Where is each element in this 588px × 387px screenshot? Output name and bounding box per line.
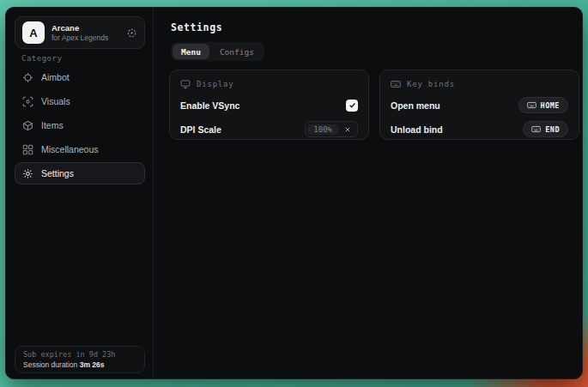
keyboard-icon — [391, 79, 401, 89]
open-menu-key: HOME — [541, 101, 560, 110]
unload-bind-row: Unload bind END — [391, 121, 568, 137]
sidebar-item-aimbot[interactable]: Aimbot — [15, 66, 145, 88]
check-icon — [349, 101, 356, 109]
dpi-scale-input[interactable]: 100% — [305, 121, 358, 137]
display-card: Display Enable VSync DPI Scale 1 — [169, 70, 369, 140]
app-logo: A — [22, 21, 45, 44]
sidebar: A Arcane for Apex Legends Category — [6, 8, 154, 378]
keyboard-icon — [531, 124, 541, 134]
sidebar-item-label: Items — [41, 120, 64, 130]
gear-icon — [22, 168, 33, 179]
unload-key: END — [545, 125, 560, 134]
keyboard-icon — [527, 100, 536, 110]
sub-expiry-text: Sub expires in 9d 23h — [23, 350, 136, 359]
sidebar-item-visuals[interactable]: Visuals — [15, 90, 145, 112]
crosshair-badge-icon[interactable] — [126, 27, 137, 39]
tab-configs[interactable]: Configs — [211, 44, 263, 59]
open-menu-row: Open menu HOME — [391, 97, 568, 113]
main-content: Settings Menu Configs Display — [154, 8, 582, 378]
tab-menu[interactable]: Menu — [173, 44, 209, 59]
app-tagline: for Apex Legends — [52, 33, 119, 43]
scan-eye-icon — [22, 96, 33, 107]
keybinds-card-title: Key binds — [407, 80, 455, 88]
open-menu-label: Open menu — [391, 100, 440, 111]
page-title: Settings — [171, 21, 222, 33]
app-name: Arcane — [52, 23, 119, 33]
keybinds-card-header: Key binds — [391, 79, 568, 89]
crosshair-icon — [22, 72, 33, 83]
sidebar-nav: Aimbot Visuals — [15, 66, 145, 184]
open-menu-keybind-button[interactable]: HOME — [518, 97, 568, 113]
settings-cards: Display Enable VSync DPI Scale 1 — [169, 70, 579, 140]
sidebar-item-label: Aimbot — [41, 72, 70, 82]
session-duration-value: 3m 26s — [80, 360, 105, 369]
sidebar-item-items[interactable]: Items — [15, 114, 145, 136]
dpi-label: DPI Scale — [180, 124, 221, 135]
monitor-icon — [180, 79, 191, 89]
display-card-header: Display — [180, 79, 358, 89]
unload-bind-label: Unload bind — [391, 124, 443, 135]
clear-icon[interactable] — [344, 126, 351, 133]
keybinds-card: Key binds Open menu HOME — [379, 70, 579, 140]
session-duration-label: Session duration — [23, 360, 77, 369]
vsync-checkbox[interactable] — [346, 100, 358, 112]
sidebar-item-label: Miscellaneous — [41, 144, 99, 154]
sidebar-item-label: Settings — [41, 168, 74, 178]
grid-icon — [22, 144, 33, 155]
arcane-menu-window: A Arcane for Apex Legends Category — [5, 7, 583, 379]
sidebar-item-label: Visuals — [41, 96, 70, 106]
dpi-row: DPI Scale 100% — [180, 121, 358, 137]
app-meta: Arcane for Apex Legends — [52, 23, 119, 43]
vsync-row: Enable VSync — [180, 97, 358, 113]
game-backdrop: A Arcane for Apex Legends Category — [0, 0, 588, 387]
vsync-label: Enable VSync — [180, 100, 239, 111]
dpi-scale-value[interactable]: 100% — [307, 124, 338, 135]
sidebar-item-settings[interactable]: Settings — [15, 162, 145, 184]
unload-keybind-button[interactable]: END — [523, 121, 568, 137]
sidebar-item-miscellaneous[interactable]: Miscellaneous — [15, 138, 145, 160]
category-label: Category — [21, 54, 62, 63]
tab-group: Menu Configs — [171, 42, 264, 61]
subscription-status-card: Sub expires in 9d 23h Session duration 3… — [15, 346, 145, 373]
package-icon — [22, 120, 33, 131]
session-duration-text: Session duration 3m 26s — [23, 360, 136, 369]
display-card-title: Display — [197, 80, 234, 88]
app-header-card: A Arcane for Apex Legends — [15, 16, 145, 49]
